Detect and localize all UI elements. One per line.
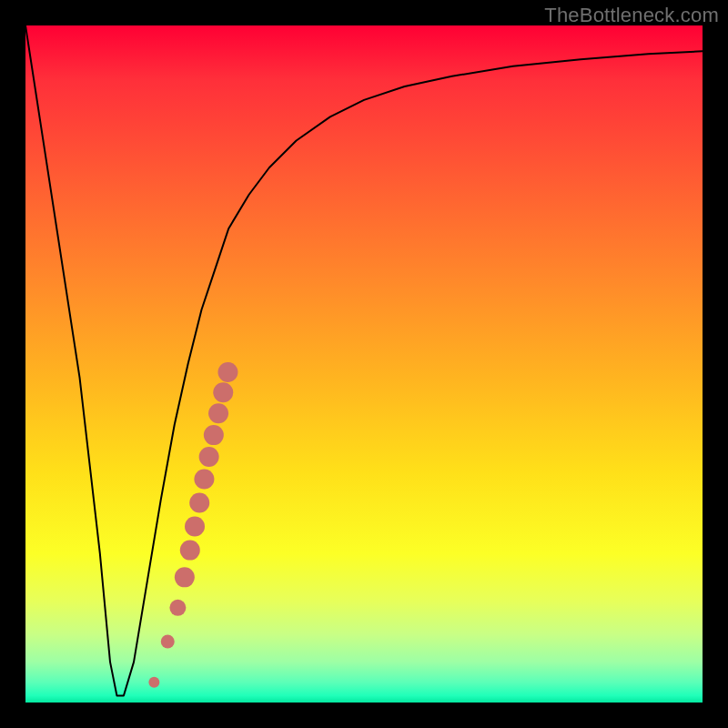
plot-area: [25, 25, 703, 703]
highlight-dot: [185, 517, 205, 537]
watermark-text: TheBottleneck.com: [544, 4, 719, 27]
highlight-dot: [161, 635, 175, 649]
chart-frame: TheBottleneck.com: [0, 0, 728, 728]
highlight-dot: [208, 403, 228, 423]
highlight-dot: [217, 362, 238, 382]
bottleneck-curve: [25, 25, 703, 696]
highlight-dot: [199, 447, 219, 467]
highlight-dot: [175, 567, 195, 587]
chart-svg: [25, 25, 703, 703]
highlight-dot: [180, 541, 200, 561]
highlight-dot: [213, 382, 233, 402]
highlight-dot: [189, 493, 209, 513]
highlight-dot: [204, 425, 224, 445]
highlight-dot: [148, 677, 159, 688]
highlight-dot: [169, 600, 186, 616]
highlight-dot: [194, 469, 214, 489]
highlight-dot-group: [148, 362, 238, 688]
